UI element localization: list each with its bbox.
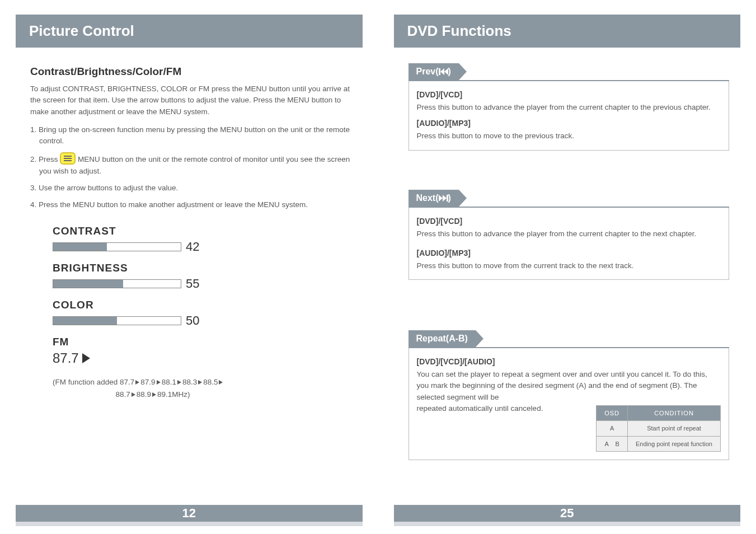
subheading-contrast: Contrast/Brightness/Color/FM	[30, 65, 351, 78]
section-next: Next() [DVD]/[VCD] Press this button to …	[408, 190, 730, 280]
next-dvd-t: Press this button to advance the player …	[417, 228, 721, 240]
slider-label: CONTRAST	[53, 225, 351, 237]
menu-icon	[60, 152, 76, 165]
section-repeat: Repeat(A-B) [DVD]/[VCD]/[AUDIO] You can …	[408, 330, 730, 460]
tag-label: Next(	[416, 193, 439, 203]
paren-close: )	[448, 193, 451, 203]
slider-value: 55	[186, 277, 199, 291]
intro-text: To adjust CONTRAST, BRIGHTNESS, COLOR or…	[30, 83, 351, 118]
step-3: 3. Use the arrow buttons to adjust the v…	[30, 182, 351, 194]
slider-track[interactable]	[53, 242, 181, 251]
tag-label: Prev(	[416, 67, 439, 76]
repeat-h: [DVD]/[VCD]/[AUDIO]	[417, 356, 721, 368]
fm-note-a: (FM function added 87.7	[53, 378, 134, 386]
slider-fm: FM 87.7	[53, 336, 351, 366]
fm-value: 87.7	[53, 350, 79, 366]
page-number-left: 12	[16, 505, 363, 522]
slider-value: 50	[186, 313, 199, 328]
fm-v: 87.9	[140, 378, 155, 386]
section-prev: Prev() [DVD]/[VCD] Press this button to …	[408, 63, 730, 151]
paren-close: )	[448, 67, 451, 76]
next-aud-h: [AUDIO]/[MP3]	[417, 247, 721, 259]
prev-aud-t: Press this button to move to the previou…	[417, 130, 721, 142]
tag-next: Next()	[408, 190, 459, 207]
play-icon	[82, 353, 90, 363]
prev-icon	[439, 68, 448, 75]
cell-cond: Start point of repeat	[628, 421, 721, 437]
slider-label: COLOR	[53, 299, 351, 311]
step-1: 1. Bring up the on-screen function menu …	[30, 124, 351, 147]
table-row: A Start point of repeat	[597, 421, 721, 437]
slider-label: BRIGHTNESS	[53, 262, 351, 274]
tag-prev: Prev()	[408, 63, 459, 80]
tag-repeat: Repeat(A-B)	[408, 330, 476, 347]
slider-track[interactable]	[53, 316, 181, 325]
section-body: [DVD]/[VCD]/[AUDIO] You can set the play…	[408, 348, 730, 460]
arrow-icon	[152, 392, 156, 397]
next-aud-t: Press this button to move from the curre…	[417, 260, 721, 271]
step-2a: 2. Press	[30, 155, 58, 163]
title-band-left: Picture Control	[16, 15, 363, 48]
fm-note: (FM function added 87.787.988.188.388.5 …	[53, 376, 351, 400]
title-band-right: DVD Functions	[394, 15, 741, 48]
repeat-table: OSD CONDITION A Start point of repeat A …	[596, 405, 721, 452]
arrow-icon	[135, 380, 139, 385]
section-body: [DVD]/[VCD] Press this button to advance…	[408, 208, 730, 280]
fm-v: 88.7	[116, 390, 130, 399]
footer-shadow	[394, 522, 741, 526]
arrow-icon	[132, 392, 135, 397]
cell-cond: Ending point repeat function	[628, 436, 721, 452]
cell-osd: A	[597, 421, 628, 437]
section-body: [DVD]/[VCD] Press this button to advance…	[408, 81, 730, 151]
slider-track[interactable]	[53, 279, 181, 288]
th-osd: OSD	[597, 405, 628, 421]
repeat-t: You can set the player to repeat a segme…	[417, 369, 721, 403]
slider-label: FM	[53, 336, 351, 348]
prev-aud-h: [AUDIO]/[MP3]	[417, 118, 721, 129]
next-icon	[439, 195, 448, 202]
slider-brightness: BRIGHTNESS 55	[53, 262, 351, 291]
step-2b: MENU button on the unit or the remote co…	[39, 155, 350, 175]
fm-v: 88.3	[182, 378, 197, 386]
footer-shadow	[16, 522, 363, 526]
step-2: 2. Press MENU button on the unit or the …	[30, 152, 351, 177]
page-number-right: 25	[394, 505, 741, 522]
fm-v: 88.1	[162, 378, 176, 386]
arrow-icon	[177, 380, 181, 385]
fm-v: 88.9	[137, 390, 151, 399]
slider-color: COLOR 50	[53, 299, 351, 328]
slider-value: 42	[186, 240, 199, 254]
arrow-icon	[219, 380, 223, 385]
table-row: A B Ending point repeat function	[597, 436, 721, 452]
prev-dvd-t: Press this button to advance the player …	[417, 102, 721, 113]
fm-v: 89.1MHz)	[157, 390, 190, 399]
fm-v: 88.5	[203, 378, 218, 386]
cell-osd: A B	[597, 436, 628, 452]
arrow-icon	[198, 380, 202, 385]
prev-dvd-h: [DVD]/[VCD]	[417, 89, 721, 101]
arrow-icon	[157, 380, 161, 385]
slider-contrast: CONTRAST 42	[53, 225, 351, 254]
next-dvd-h: [DVD]/[VCD]	[417, 216, 721, 227]
th-condition: CONDITION	[628, 405, 721, 421]
step-4: 4. Press the MENU button to make another…	[30, 199, 351, 210]
